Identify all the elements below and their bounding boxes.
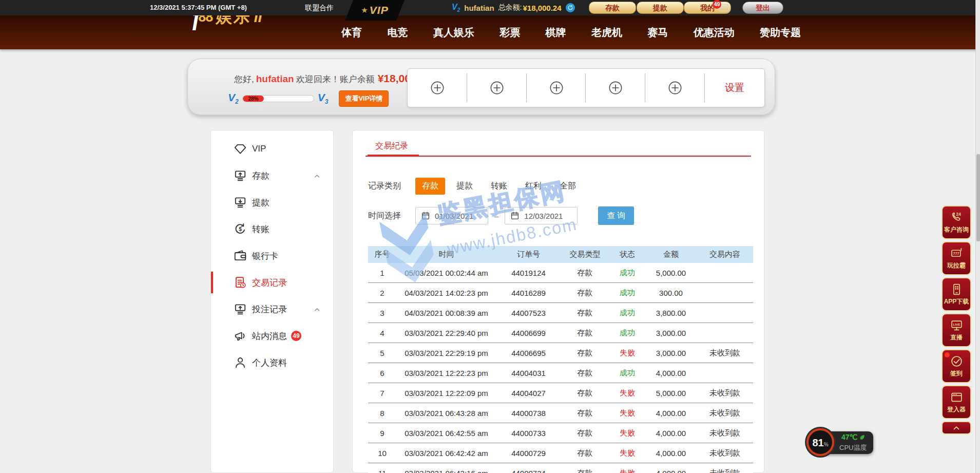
floating-button[interactable]: APP下载 <box>941 277 971 311</box>
cell-content: 未收到款 <box>697 388 753 398</box>
table-row: 11 03/03/2021 06:42:16 am 44000724 存款 失败… <box>368 463 753 473</box>
date-from-input[interactable]: 01/03/2021 <box>415 207 488 224</box>
deposit-button[interactable]: 存款 <box>589 2 636 14</box>
sidebar-item-icon <box>234 329 247 343</box>
refresh-balance-icon[interactable] <box>566 3 575 12</box>
quick-add-slot[interactable] <box>527 69 586 107</box>
withdraw-button[interactable]: 提款 <box>637 2 684 14</box>
cell-type: 存款 <box>561 368 609 378</box>
cell-order-number: 44000729 <box>496 449 561 458</box>
sidebar-item-label: 交易记录 <box>252 277 287 289</box>
chevron-up-icon <box>313 306 321 313</box>
search-button[interactable]: 查 询 <box>598 206 634 225</box>
category-filter-button[interactable]: 全部 <box>553 178 583 195</box>
sidebar-item-label: VIP <box>252 144 266 154</box>
cell-type: 存款 <box>561 288 609 298</box>
balance-label: 总余额: <box>498 3 522 12</box>
vip-logo[interactable]: ★ VIP <box>345 0 405 21</box>
cell-type: 存款 <box>561 328 609 338</box>
nav-menu-item[interactable]: 优惠活动 <box>694 26 735 40</box>
cell-amount: 4,000.00 <box>645 469 697 473</box>
user-info: V2 hufatian 总余额: ¥18,000.24 <box>452 0 575 15</box>
floating-button[interactable]: 客户咨询 <box>941 205 971 239</box>
floating-button[interactable]: 直播 <box>941 313 971 347</box>
quick-add-slot[interactable] <box>645 69 705 107</box>
floating-button-label: 签到 <box>950 369 963 378</box>
quick-add-slot[interactable] <box>467 69 527 107</box>
nav-menu-item[interactable]: 真人娱乐 <box>433 26 474 40</box>
collapse-rail-button[interactable] <box>941 421 971 434</box>
table-header-cell: 交易内容 <box>697 250 753 259</box>
floating-button[interactable]: 签到 <box>941 349 971 383</box>
star-icon: ★ <box>361 6 368 15</box>
sidebar-item[interactable]: 个人资料 <box>211 349 333 376</box>
cell-order-number: 44000733 <box>496 429 561 438</box>
floating-button[interactable]: 登入器 <box>941 385 971 419</box>
cell-content: 未收到款 <box>697 428 753 438</box>
category-filter-button[interactable]: 红利 <box>518 178 548 195</box>
nav-menu-item[interactable]: 电竞 <box>387 26 408 40</box>
nav-menu-item[interactable]: 老虎机 <box>591 26 622 40</box>
cell-amount: 5,000.00 <box>645 269 697 277</box>
cell-time: 03/03/2021 22:29:19 pm <box>396 349 496 357</box>
sidebar-item[interactable]: 存款 <box>211 162 333 189</box>
vip-level-badge: V2 <box>452 3 460 13</box>
quick-add-slot[interactable] <box>408 69 467 107</box>
sidebar-item-label: 个人资料 <box>252 357 287 369</box>
sidebar-item-icon <box>234 302 247 316</box>
cell-index: 4 <box>368 329 396 337</box>
cell-amount: 3,000.00 <box>645 329 697 337</box>
sidebar-item-label: 转账 <box>252 223 270 235</box>
nav-menu-item[interactable]: 赞助专题 <box>760 26 801 40</box>
page-scrollbar[interactable] <box>975 0 980 473</box>
topbar: 12/3/2021 5:37:45 PM (GMT +8) 联盟合作 ★ VIP… <box>0 0 980 15</box>
sidebar-item[interactable]: 投注记录 <box>211 296 333 323</box>
cell-index: 8 <box>368 409 396 418</box>
cell-amount: 4,000.00 <box>645 449 697 458</box>
sidebar-item-icon <box>234 142 247 156</box>
table-row: 4 03/03/2021 22:29:40 pm 44006699 存款 成功 … <box>368 323 753 343</box>
sidebar-item[interactable]: 银行卡 <box>211 242 333 269</box>
tab-transaction-records[interactable]: 交易纪录 <box>375 141 408 152</box>
cell-type: 存款 <box>561 308 609 318</box>
affiliate-link[interactable]: 联盟合作 <box>305 0 334 15</box>
category-filter-button[interactable]: 转账 <box>484 178 514 195</box>
floating-button[interactable]: 玩拉霸 <box>941 241 971 275</box>
cell-time: 03/03/2021 06:42:42 am <box>396 449 496 458</box>
nav-menu-item[interactable]: 棋牌 <box>546 26 566 40</box>
floating-button-label: 客户咨询 <box>944 225 969 234</box>
sidebar-item[interactable]: 交易记录 <box>211 269 333 296</box>
cell-time: 03/03/2021 06:42:55 am <box>396 429 496 438</box>
scrollbar-thumb[interactable] <box>976 154 980 241</box>
cell-order-number: 44004027 <box>496 389 561 398</box>
category-filter-button[interactable]: 提款 <box>450 178 479 195</box>
vip-details-button[interactable]: 查看VIP详情 <box>339 90 389 107</box>
category-filter-button[interactable]: 存款 <box>415 178 445 195</box>
cell-order-number: 44000738 <box>496 409 561 418</box>
mail-icon[interactable]: 49 <box>718 2 730 13</box>
nav-menu-item[interactable]: 彩票 <box>499 26 520 40</box>
vip-next-level: V3 <box>318 91 329 105</box>
table-header-cell: 时间 <box>396 250 496 259</box>
cell-index: 1 <box>368 269 396 277</box>
table-header-row: 序号时间订单号交易类型状态金额交易内容 <box>368 246 753 263</box>
transactions-table: 序号时间订单号交易类型状态金额交易内容 1 05/03/2021 00:02:4… <box>368 246 753 473</box>
table-row: 1 05/03/2021 00:02:44 am 44019124 存款 成功 … <box>368 263 753 283</box>
table-row: 3 04/03/2021 00:08:39 am 44007523 存款 成功 … <box>368 303 753 323</box>
cell-time: 03/03/2021 12:22:09 pm <box>396 389 496 398</box>
sidebar-item[interactable]: VIP <box>211 136 333 162</box>
nav-menu-item[interactable]: 体育 <box>341 26 362 40</box>
settings-button[interactable]: 设置 <box>705 69 764 107</box>
floating-button-icon <box>950 211 963 224</box>
quick-add-slot[interactable] <box>586 69 645 107</box>
sidebar-item[interactable]: 站内消息 49 <box>211 323 333 349</box>
cell-status: 失败 <box>609 388 645 398</box>
date-to-input[interactable]: 12/03/2021 <box>505 207 578 224</box>
cell-order-number: 44007523 <box>496 309 561 317</box>
sidebar-item[interactable]: 转账 <box>211 216 333 242</box>
floating-button-icon <box>950 319 963 332</box>
table-row: 2 04/03/2021 14:02:23 pm 44016289 存款 成功 … <box>368 283 753 303</box>
logout-button[interactable]: 登出 <box>742 2 783 14</box>
sidebar-item[interactable]: 提款 <box>211 189 333 216</box>
nav-menu-item[interactable]: 赛马 <box>647 26 668 40</box>
